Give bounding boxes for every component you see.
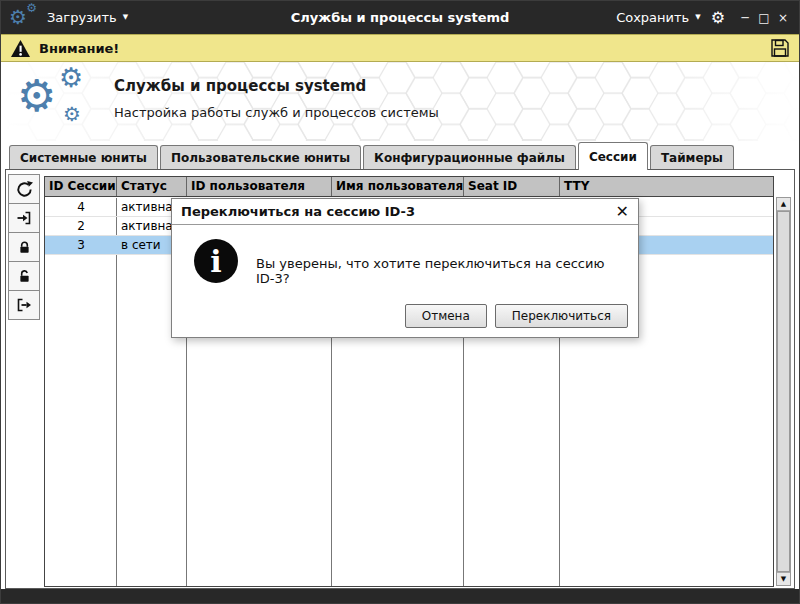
col-status[interactable]: Статус — [117, 177, 187, 196]
page-title: Службы и процессы systemd — [114, 77, 439, 95]
switch-session-button[interactable] — [8, 203, 40, 233]
tab-system-units[interactable]: Системные юниты — [9, 145, 158, 169]
session-id-cell: 4 — [45, 198, 117, 216]
app-gears-icon: ⚙⚙ — [9, 5, 37, 31]
warning-label: Внимание! — [39, 41, 119, 56]
col-user-id[interactable]: ID пользователя — [187, 177, 332, 196]
cancel-button[interactable]: Отмена — [405, 304, 487, 328]
app-logo-gears-icon: ⚙ ⚙ ⚙ — [17, 68, 95, 136]
vertical-scrollbar[interactable]: ▲ ▼ — [776, 197, 791, 586]
refresh-icon — [16, 181, 33, 198]
lock-icon — [17, 240, 32, 255]
warning-triangle-icon — [10, 39, 31, 58]
scrollbar-thumb[interactable] — [777, 211, 790, 572]
chevron-down-icon: ▼ — [695, 14, 700, 21]
app-window: Службы и процессы systemd ⚙⚙ Загрузить ▼… — [0, 0, 800, 604]
chevron-down-icon: ▼ — [123, 14, 128, 21]
tab-timers[interactable]: Таймеры — [650, 145, 734, 169]
col-seat-id[interactable]: Seat ID — [464, 177, 560, 196]
col-user-name[interactable]: Имя пользователя — [332, 177, 464, 196]
page-subtitle: Настройка работы служб и процессов систе… — [114, 105, 439, 120]
titlebar-right: Сохранить ▼ ⚙ ─ □ × — [616, 8, 791, 27]
save-menu-label: Сохранить — [616, 10, 689, 25]
logout-arrow-icon — [16, 297, 32, 313]
unlock-session-button[interactable] — [8, 261, 40, 291]
dialog-buttons: Отмена Переключиться — [405, 304, 628, 328]
tab-sessions[interactable]: Сессии — [578, 142, 648, 170]
titlebar: Службы и процессы systemd ⚙⚙ Загрузить ▼… — [1, 1, 799, 34]
session-id-cell: 2 — [45, 217, 117, 235]
refresh-button[interactable] — [8, 174, 40, 204]
dialog-title: Переключиться на сессию ID-3 — [181, 204, 415, 219]
save-menu-button[interactable]: Сохранить ▼ — [616, 10, 701, 25]
close-button[interactable]: × — [775, 11, 791, 25]
unlock-icon — [17, 269, 32, 284]
scroll-up-button[interactable]: ▲ — [777, 198, 790, 211]
terminate-session-button[interactable] — [8, 290, 40, 320]
header-text: Службы и процессы systemd Настройка рабо… — [114, 77, 439, 120]
tab-config-files[interactable]: Конфигурационные файлы — [363, 145, 576, 169]
session-id-cell: 3 — [45, 236, 117, 254]
maximize-button[interactable]: □ — [756, 11, 772, 25]
load-menu-button[interactable]: Загрузить ▼ — [47, 10, 128, 25]
app-header: ⚙ ⚙ ⚙ Службы и процессы systemd Настройк… — [1, 62, 799, 141]
minimize-button[interactable]: ─ — [737, 11, 753, 25]
column-divider — [116, 198, 117, 586]
close-icon[interactable]: ✕ — [616, 204, 629, 220]
titlebar-left: ⚙⚙ Загрузить ▼ — [9, 5, 128, 31]
tab-bar: Системные юниты Пользовательские юниты К… — [5, 141, 795, 169]
table-header: ID Сессии Статус ID пользователя Имя пол… — [45, 177, 773, 197]
scroll-down-button[interactable]: ▼ — [777, 572, 790, 585]
tab-user-units[interactable]: Пользовательские юниты — [160, 145, 361, 169]
info-icon: i — [194, 239, 238, 283]
confirm-button[interactable]: Переключиться — [495, 304, 628, 328]
login-arrow-icon — [16, 210, 32, 226]
confirm-switch-dialog: Переключиться на сессию ID-3 ✕ i Вы увер… — [171, 198, 639, 338]
col-tty[interactable]: TTY — [560, 177, 773, 196]
floppy-save-icon[interactable] — [770, 38, 790, 58]
window-controls: ─ □ × — [737, 11, 791, 25]
warning-bar: Внимание! — [1, 34, 799, 62]
lock-session-button[interactable] — [8, 232, 40, 262]
footer-bar — [1, 589, 799, 603]
side-toolbar — [8, 174, 41, 320]
settings-gear-icon[interactable]: ⚙ — [711, 8, 725, 27]
col-session-id[interactable]: ID Сессии — [45, 177, 117, 196]
load-menu-label: Загрузить — [47, 10, 117, 25]
dialog-titlebar[interactable]: Переключиться на сессию ID-3 ✕ — [172, 199, 638, 225]
dialog-message: Вы уверены, что хотите переключиться на … — [256, 256, 624, 286]
